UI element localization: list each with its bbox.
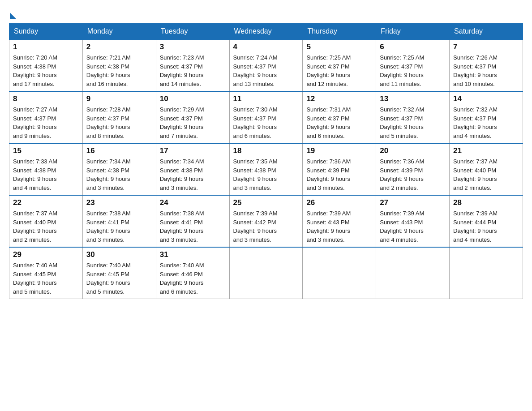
calendar-cell: 13 Sunrise: 7:32 AMSunset: 4:37 PMDaylig…	[376, 91, 450, 143]
day-info: Sunrise: 7:36 AMSunset: 4:39 PMDaylight:…	[306, 157, 372, 192]
day-number: 14	[453, 94, 519, 103]
day-number: 23	[86, 198, 152, 207]
day-number: 9	[86, 94, 152, 103]
day-info: Sunrise: 7:20 AMSunset: 4:38 PMDaylight:…	[13, 53, 79, 88]
calendar-cell: 11 Sunrise: 7:30 AMSunset: 4:37 PMDaylig…	[229, 91, 303, 143]
day-number: 3	[160, 43, 226, 51]
weekday-header-thursday: Thursday	[303, 24, 376, 40]
day-info: Sunrise: 7:25 AMSunset: 4:37 PMDaylight:…	[306, 53, 372, 88]
day-info: Sunrise: 7:34 AMSunset: 4:38 PMDaylight:…	[86, 157, 152, 192]
day-info: Sunrise: 7:38 AMSunset: 4:41 PMDaylight:…	[86, 209, 152, 244]
calendar-cell: 6 Sunrise: 7:25 AMSunset: 4:37 PMDayligh…	[376, 39, 450, 91]
logo	[9, 9, 16, 19]
logo-arrow-icon	[10, 13, 16, 19]
calendar-cell: 27 Sunrise: 7:39 AMSunset: 4:43 PMDaylig…	[376, 195, 450, 247]
day-number: 24	[160, 198, 226, 207]
calendar-cell: 20 Sunrise: 7:36 AMSunset: 4:39 PMDaylig…	[376, 143, 450, 195]
day-info: Sunrise: 7:36 AMSunset: 4:39 PMDaylight:…	[380, 157, 446, 192]
day-number: 12	[306, 94, 372, 103]
weekday-header-friday: Friday	[376, 24, 450, 40]
logo-blue-part	[9, 9, 16, 19]
day-number: 11	[233, 94, 299, 103]
day-info: Sunrise: 7:29 AMSunset: 4:37 PMDaylight:…	[160, 105, 226, 140]
day-number: 21	[453, 146, 519, 155]
day-number: 31	[160, 250, 226, 259]
weekday-header-monday: Monday	[82, 24, 156, 40]
day-number: 4	[233, 43, 299, 51]
day-info: Sunrise: 7:30 AMSunset: 4:37 PMDaylight:…	[233, 105, 299, 140]
calendar-cell: 9 Sunrise: 7:28 AMSunset: 4:37 PMDayligh…	[82, 91, 156, 143]
calendar-cell: 18 Sunrise: 7:35 AMSunset: 4:38 PMDaylig…	[229, 143, 303, 195]
day-number: 5	[306, 43, 372, 51]
weekday-header-sunday: Sunday	[9, 24, 83, 40]
calendar-table: SundayMondayTuesdayWednesdayThursdayFrid…	[9, 23, 523, 299]
day-info: Sunrise: 7:35 AMSunset: 4:38 PMDaylight:…	[233, 157, 299, 192]
day-info: Sunrise: 7:34 AMSunset: 4:38 PMDaylight:…	[160, 157, 226, 192]
day-info: Sunrise: 7:37 AMSunset: 4:40 PMDaylight:…	[13, 209, 79, 244]
calendar-cell: 7 Sunrise: 7:26 AMSunset: 4:37 PMDayligh…	[450, 39, 523, 91]
calendar-cell: 26 Sunrise: 7:39 AMSunset: 4:43 PMDaylig…	[303, 195, 376, 247]
day-info: Sunrise: 7:21 AMSunset: 4:38 PMDaylight:…	[86, 53, 152, 88]
day-info: Sunrise: 7:27 AMSunset: 4:37 PMDaylight:…	[13, 105, 79, 140]
calendar-week-row: 22 Sunrise: 7:37 AMSunset: 4:40 PMDaylig…	[9, 195, 523, 247]
day-info: Sunrise: 7:39 AMSunset: 4:43 PMDaylight:…	[306, 209, 372, 244]
calendar-cell	[229, 247, 303, 299]
day-info: Sunrise: 7:40 AMSunset: 4:45 PMDaylight:…	[86, 261, 152, 296]
calendar-cell: 5 Sunrise: 7:25 AMSunset: 4:37 PMDayligh…	[303, 39, 376, 91]
calendar-cell: 29 Sunrise: 7:40 AMSunset: 4:45 PMDaylig…	[9, 247, 83, 299]
day-number: 29	[13, 250, 79, 259]
day-number: 30	[86, 250, 152, 259]
calendar-cell: 23 Sunrise: 7:38 AMSunset: 4:41 PMDaylig…	[82, 195, 156, 247]
day-info: Sunrise: 7:38 AMSunset: 4:41 PMDaylight:…	[160, 209, 226, 244]
calendar-cell: 4 Sunrise: 7:24 AMSunset: 4:37 PMDayligh…	[229, 39, 303, 91]
calendar-cell: 15 Sunrise: 7:33 AMSunset: 4:38 PMDaylig…	[9, 143, 83, 195]
day-info: Sunrise: 7:26 AMSunset: 4:37 PMDaylight:…	[453, 53, 519, 88]
calendar-cell: 19 Sunrise: 7:36 AMSunset: 4:39 PMDaylig…	[303, 143, 376, 195]
day-number: 26	[306, 198, 372, 207]
calendar-week-row: 15 Sunrise: 7:33 AMSunset: 4:38 PMDaylig…	[9, 143, 523, 195]
day-number: 10	[160, 94, 226, 103]
day-number: 16	[86, 146, 152, 155]
day-number: 8	[13, 94, 79, 103]
day-number: 6	[380, 43, 446, 51]
day-number: 7	[453, 43, 519, 51]
day-info: Sunrise: 7:33 AMSunset: 4:38 PMDaylight:…	[13, 157, 79, 192]
day-info: Sunrise: 7:25 AMSunset: 4:37 PMDaylight:…	[380, 53, 446, 88]
calendar-cell	[303, 247, 376, 299]
calendar-cell: 16 Sunrise: 7:34 AMSunset: 4:38 PMDaylig…	[82, 143, 156, 195]
day-number: 19	[306, 146, 372, 155]
day-number: 28	[453, 198, 519, 207]
calendar-cell: 24 Sunrise: 7:38 AMSunset: 4:41 PMDaylig…	[156, 195, 229, 247]
day-info: Sunrise: 7:31 AMSunset: 4:37 PMDaylight:…	[306, 105, 372, 140]
day-info: Sunrise: 7:28 AMSunset: 4:37 PMDaylight:…	[86, 105, 152, 140]
calendar-week-row: 8 Sunrise: 7:27 AMSunset: 4:37 PMDayligh…	[9, 91, 523, 143]
calendar-cell: 10 Sunrise: 7:29 AMSunset: 4:37 PMDaylig…	[156, 91, 229, 143]
calendar-cell: 3 Sunrise: 7:23 AMSunset: 4:37 PMDayligh…	[156, 39, 229, 91]
weekday-header-tuesday: Tuesday	[156, 24, 229, 40]
day-number: 17	[160, 146, 226, 155]
calendar-cell: 21 Sunrise: 7:37 AMSunset: 4:40 PMDaylig…	[450, 143, 523, 195]
day-info: Sunrise: 7:32 AMSunset: 4:37 PMDaylight:…	[380, 105, 446, 140]
calendar-cell: 1 Sunrise: 7:20 AMSunset: 4:38 PMDayligh…	[9, 39, 83, 91]
day-number: 18	[233, 146, 299, 155]
day-info: Sunrise: 7:40 AMSunset: 4:46 PMDaylight:…	[160, 261, 226, 296]
day-info: Sunrise: 7:37 AMSunset: 4:40 PMDaylight:…	[453, 157, 519, 192]
day-info: Sunrise: 7:24 AMSunset: 4:37 PMDaylight:…	[233, 53, 299, 88]
calendar-week-row: 29 Sunrise: 7:40 AMSunset: 4:45 PMDaylig…	[9, 247, 523, 299]
calendar-cell: 22 Sunrise: 7:37 AMSunset: 4:40 PMDaylig…	[9, 195, 83, 247]
day-number: 15	[13, 146, 79, 155]
day-number: 22	[13, 198, 79, 207]
day-number: 25	[233, 198, 299, 207]
calendar-cell: 12 Sunrise: 7:31 AMSunset: 4:37 PMDaylig…	[303, 91, 376, 143]
calendar-cell: 2 Sunrise: 7:21 AMSunset: 4:38 PMDayligh…	[82, 39, 156, 91]
day-info: Sunrise: 7:39 AMSunset: 4:44 PMDaylight:…	[453, 209, 519, 244]
calendar-cell: 17 Sunrise: 7:34 AMSunset: 4:38 PMDaylig…	[156, 143, 229, 195]
day-number: 13	[380, 94, 446, 103]
day-info: Sunrise: 7:39 AMSunset: 4:43 PMDaylight:…	[380, 209, 446, 244]
day-info: Sunrise: 7:32 AMSunset: 4:37 PMDaylight:…	[453, 105, 519, 140]
calendar-week-row: 1 Sunrise: 7:20 AMSunset: 4:38 PMDayligh…	[9, 39, 523, 91]
day-info: Sunrise: 7:23 AMSunset: 4:37 PMDaylight:…	[160, 53, 226, 88]
logo-text	[9, 9, 16, 19]
page-header	[9, 9, 523, 19]
calendar-cell: 30 Sunrise: 7:40 AMSunset: 4:45 PMDaylig…	[82, 247, 156, 299]
